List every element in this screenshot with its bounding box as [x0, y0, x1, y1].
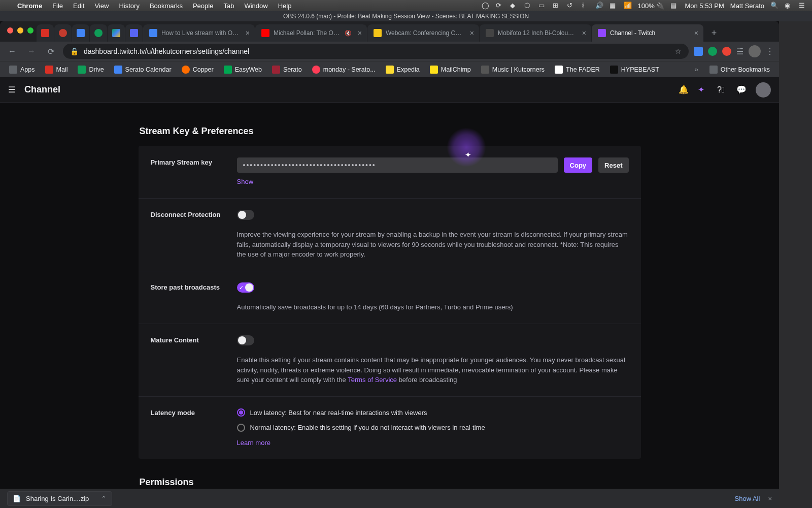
app-menu[interactable]: Chrome	[12, 2, 47, 10]
twitch-header: ☰ Channel 🔔 ✦ ?⃝ 💬	[0, 77, 779, 103]
pinned-tab-drive[interactable]	[108, 24, 125, 42]
extension-icon[interactable]	[722, 47, 731, 56]
menu-view[interactable]: View	[89, 2, 114, 10]
wifi-icon[interactable]: 📶	[624, 2, 632, 10]
copy-button[interactable]: Copy	[564, 157, 593, 173]
stream-key-field[interactable]	[237, 157, 558, 173]
chat-icon[interactable]: 💬	[736, 85, 747, 94]
bookmarks-overflow-icon[interactable]: »	[690, 66, 703, 73]
bluetooth-icon[interactable]: ᚼ	[581, 2, 589, 10]
menubar-icon[interactable]: ◯	[482, 2, 490, 10]
star-icon[interactable]: ☆	[675, 47, 682, 55]
minimize-window-button[interactable]	[17, 27, 23, 34]
file-icon: 📄	[13, 495, 21, 502]
download-chip[interactable]: 📄 Sharing Is Carin....zip ⌃	[7, 491, 112, 506]
screen-icon[interactable]: ▭	[538, 2, 547, 10]
bookmark[interactable]: The FADER	[551, 64, 604, 76]
reset-button[interactable]: Reset	[598, 157, 628, 173]
close-tab-icon[interactable]: ×	[470, 29, 474, 37]
other-bookmarks-folder[interactable]: Other Bookmarks	[705, 64, 774, 76]
close-tab-icon[interactable]: ×	[694, 29, 698, 37]
user-menu[interactable]: Matt Serato	[730, 2, 764, 10]
menu-tab[interactable]: Tab	[218, 2, 239, 10]
mute-icon[interactable]: 🔇	[345, 30, 352, 37]
show-all-downloads-link[interactable]: Show All	[735, 495, 760, 502]
bookmark[interactable]: Expedia	[382, 64, 424, 76]
learn-more-link[interactable]: Learn more	[237, 439, 270, 447]
store-toggle[interactable]	[237, 282, 254, 293]
siri-icon[interactable]: ◉	[785, 2, 793, 10]
timemachine-icon[interactable]: ↺	[567, 2, 575, 10]
bookmark[interactable]: MailChimp	[426, 64, 475, 76]
terms-of-service-link[interactable]: Terms of Service	[348, 376, 397, 384]
bookmark[interactable]: Copper	[178, 64, 218, 76]
bookmark[interactable]: HYPEBEAST	[606, 64, 663, 76]
volume-icon[interactable]: 🔊	[595, 2, 603, 10]
bookmark[interactable]: monday - Serato...	[308, 64, 380, 76]
menu-history[interactable]: History	[114, 2, 144, 10]
battery-status[interactable]: 100% 🔌	[638, 2, 665, 10]
notification-center-icon[interactable]: ☰	[799, 2, 807, 10]
menu-bookmarks[interactable]: Bookmarks	[145, 2, 188, 10]
profile-avatar[interactable]	[749, 45, 761, 57]
bookmark[interactable]: Serato Calendar	[110, 64, 176, 76]
user-avatar[interactable]	[756, 82, 771, 98]
spotlight-icon[interactable]: 🔍	[770, 2, 779, 10]
new-tab-button[interactable]: +	[707, 26, 721, 40]
bookmark[interactable]: Music | Kutcorners	[477, 64, 549, 76]
close-downloads-bar-icon[interactable]: ×	[768, 495, 772, 502]
close-tab-icon[interactable]: ×	[582, 29, 586, 37]
menu-people[interactable]: People	[188, 2, 218, 10]
latency-low-option[interactable]: Low latency: Best for near real-time int…	[237, 408, 629, 418]
tab-active[interactable]: Channel - Twitch ×	[592, 24, 703, 42]
tab[interactable]: How to Live stream with OBS - ×	[143, 24, 255, 42]
pinned-tab-gmail[interactable]	[37, 24, 54, 42]
extension-icon[interactable]	[694, 47, 703, 56]
menu-file[interactable]: File	[47, 2, 68, 10]
bookmark-apps[interactable]: Apps	[5, 64, 39, 76]
sparkle-icon[interactable]: ✦	[698, 85, 708, 94]
close-tab-icon[interactable]: ×	[358, 29, 362, 37]
address-bar[interactable]: 🔒 dashboard.twitch.tv/u/thekutcorners/se…	[63, 44, 689, 59]
pinned-tab[interactable]	[125, 24, 143, 42]
bookmark[interactable]: Mail	[41, 64, 72, 76]
extension-icon[interactable]	[708, 47, 717, 56]
tab[interactable]: Webcam: Conferencing Camer ×	[367, 24, 479, 42]
notifications-icon[interactable]: 🔔	[679, 85, 689, 94]
fullscreen-window-button[interactable]	[27, 27, 33, 34]
latency-normal-option[interactable]: Normal latency: Enable this setting if y…	[237, 423, 629, 433]
dropbox-icon[interactable]: ⬡	[524, 2, 532, 10]
menu-window[interactable]: Window	[239, 2, 273, 10]
close-window-button[interactable]	[7, 27, 13, 34]
forward-button[interactable]: →	[24, 44, 39, 58]
close-tab-icon[interactable]: ×	[246, 29, 250, 37]
disconnect-toggle[interactable]	[237, 210, 254, 220]
clock[interactable]: Mon 5:53 PM	[685, 2, 724, 10]
bookmark[interactable]: Serato	[268, 64, 306, 76]
chevron-up-icon[interactable]: ⌃	[101, 495, 107, 502]
tab[interactable]: Michael Pollan: The Omniv 🔇 ×	[255, 24, 367, 42]
help-icon[interactable]: ?⃝	[717, 85, 727, 94]
show-link[interactable]: Show	[237, 177, 254, 187]
menubar-icon[interactable]: ◆	[510, 2, 518, 10]
bookmark[interactable]: EasyWeb	[220, 64, 266, 76]
menubar-icon[interactable]: ▤	[670, 2, 679, 10]
tab[interactable]: Mobifoto 12 Inch Bi-Colour LE ×	[480, 24, 591, 42]
menu-help[interactable]: Help	[273, 2, 297, 10]
scroll-area[interactable]: Stream Key & Preferences Primary Stream …	[0, 103, 779, 489]
menubar-icon[interactable]: ⊞	[553, 2, 561, 10]
menu-icon[interactable]: ☰	[8, 85, 15, 94]
pinned-tab-calendar[interactable]	[72, 24, 89, 42]
menubar-icon[interactable]: ▦	[610, 2, 618, 10]
reload-button[interactable]: ⟳	[44, 44, 58, 58]
chrome-menu-icon[interactable]: ⋮	[766, 47, 774, 56]
mail-icon	[45, 66, 53, 74]
menu-edit[interactable]: Edit	[68, 2, 89, 10]
mature-toggle[interactable]	[237, 335, 254, 345]
pinned-tab[interactable]	[90, 24, 107, 42]
reading-list-icon[interactable]: ☰̄	[736, 47, 743, 56]
menubar-icon[interactable]: ⟳	[496, 2, 504, 10]
back-button[interactable]: ←	[5, 44, 19, 58]
bookmark[interactable]: Drive	[74, 64, 108, 76]
pinned-tab[interactable]	[54, 24, 72, 42]
